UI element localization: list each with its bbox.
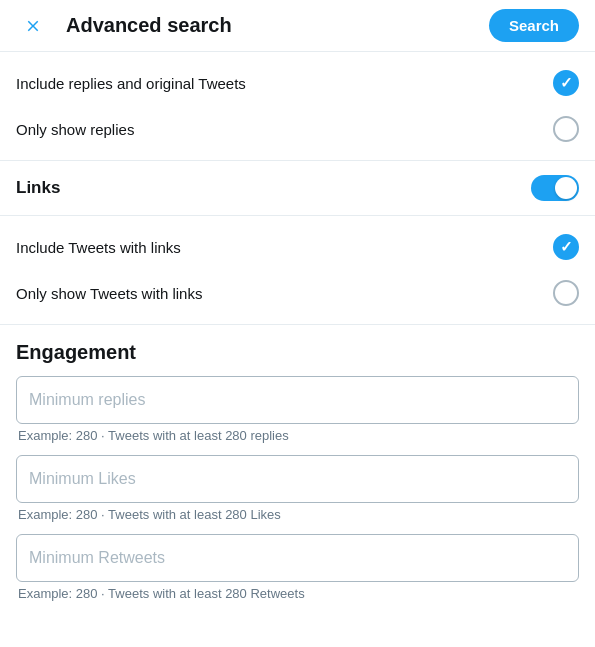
include-tweets-links-radio[interactable]	[553, 234, 579, 260]
include-tweets-links-label: Include Tweets with links	[16, 239, 181, 256]
close-button[interactable]	[16, 9, 50, 43]
links-toggle[interactable]	[531, 175, 579, 201]
engagement-title: Engagement	[16, 341, 579, 364]
only-show-links-radio[interactable]	[553, 280, 579, 306]
only-show-replies-radio[interactable]	[553, 116, 579, 142]
include-replies-row: Include replies and original Tweets	[16, 60, 579, 106]
include-tweets-links-row: Include Tweets with links	[16, 224, 579, 270]
only-show-links-row: Only show Tweets with links	[16, 270, 579, 316]
header: Advanced search Search	[0, 0, 595, 52]
only-show-links-label: Only show Tweets with links	[16, 285, 202, 302]
minimum-retweets-hint: Example: 280 · Tweets with at least 280 …	[16, 586, 579, 601]
minimum-replies-hint: Example: 280 · Tweets with at least 280 …	[16, 428, 579, 443]
links-radio-section: Include Tweets with links Only show Twee…	[0, 216, 595, 325]
minimum-likes-hint: Example: 280 · Tweets with at least 280 …	[16, 507, 579, 522]
only-show-replies-row: Only show replies	[16, 106, 579, 152]
links-toggle-section: Links	[0, 161, 595, 216]
minimum-replies-group: Example: 280 · Tweets with at least 280 …	[16, 376, 579, 443]
header-title: Advanced search	[66, 14, 489, 37]
minimum-retweets-group: Example: 280 · Tweets with at least 280 …	[16, 534, 579, 601]
replies-section: Include replies and original Tweets Only…	[0, 52, 595, 161]
minimum-likes-group: Example: 280 · Tweets with at least 280 …	[16, 455, 579, 522]
search-button[interactable]: Search	[489, 9, 579, 42]
links-section-title: Links	[16, 178, 60, 198]
include-replies-radio[interactable]	[553, 70, 579, 96]
include-replies-label: Include replies and original Tweets	[16, 75, 246, 92]
minimum-likes-input[interactable]	[16, 455, 579, 503]
content-area: Include replies and original Tweets Only…	[0, 52, 595, 647]
engagement-section: Engagement Example: 280 · Tweets with at…	[0, 325, 595, 621]
minimum-retweets-input[interactable]	[16, 534, 579, 582]
only-show-replies-label: Only show replies	[16, 121, 134, 138]
minimum-replies-input[interactable]	[16, 376, 579, 424]
advanced-search-modal: Advanced search Search Include replies a…	[0, 0, 595, 647]
